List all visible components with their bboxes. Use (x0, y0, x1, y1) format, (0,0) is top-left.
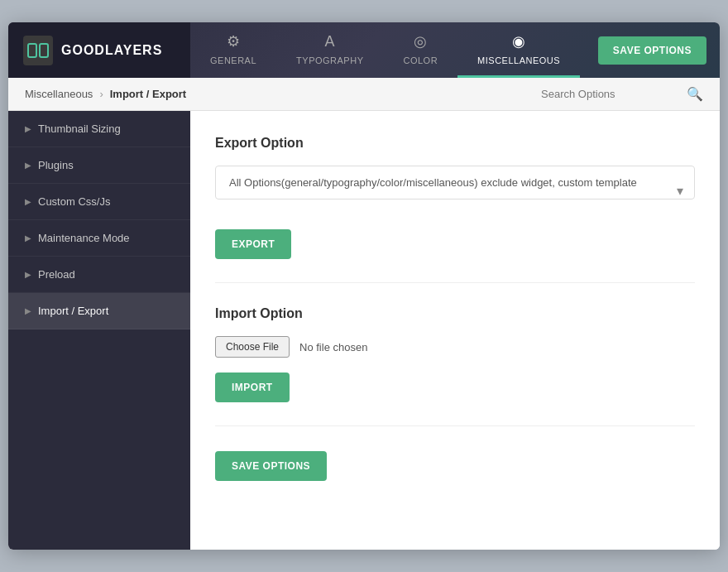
brand-logo-icon (23, 36, 53, 65)
file-no-chosen-label: No file chosen (299, 341, 367, 353)
sidebar-label-custom-css-js: Custom Css/Js (38, 195, 110, 208)
content-layout: ▶ Thumbnail Sizing ▶ Plugins ▶ Custom Cs… (8, 111, 720, 550)
tab-typography-label: TYPOGRAPHY (296, 55, 363, 65)
choose-file-button[interactable]: Choose File (215, 336, 290, 358)
save-options-bottom-area: SAVE OPTIONS (215, 451, 695, 481)
export-section: Export Option All Options(general/typogr… (215, 136, 695, 259)
sidebar-item-thumbnail-sizing[interactable]: ▶ Thumbnail Sizing (8, 111, 190, 147)
search-icon[interactable]: 🔍 (687, 86, 703, 102)
export-select[interactable]: All Options(general/typography/color/mis… (215, 166, 695, 199)
breadcrumb: Miscellaneous › Import / Export (25, 88, 186, 100)
app-window: GOODLAYERS ⚙ GENERAL A TYPOGRAPHY ◎ COLO… (8, 22, 720, 550)
file-input-area: Choose File No file chosen (215, 336, 695, 358)
miscellaneous-icon: ◉ (512, 32, 526, 50)
export-section-title: Export Option (215, 136, 695, 151)
tab-miscellaneous-label: MISCELLANEOUS (477, 55, 560, 65)
tab-color-label: COLOR (403, 55, 438, 65)
arrow-icon-1: ▶ (25, 161, 31, 170)
arrow-icon-5: ▶ (25, 306, 31, 315)
arrow-icon-4: ▶ (25, 270, 31, 279)
export-select-wrapper: All Options(general/typography/color/mis… (215, 166, 695, 214)
typography-icon: A (325, 33, 336, 50)
sidebar-label-preload: Preload (38, 268, 75, 281)
breadcrumb-separator: › (99, 88, 103, 100)
tab-general-label: GENERAL (210, 55, 256, 65)
breadcrumb-bar: Miscellaneous › Import / Export 🔍 (8, 78, 720, 111)
arrow-icon-0: ▶ (25, 124, 31, 133)
arrow-icon-3: ▶ (25, 233, 31, 243)
search-area: 🔍 (541, 86, 703, 102)
nav-tabs: ⚙ GENERAL A TYPOGRAPHY ◎ COLOR ◉ MISCELL… (190, 22, 598, 78)
sidebar: ▶ Thumbnail Sizing ▶ Plugins ▶ Custom Cs… (8, 111, 190, 550)
tab-typography[interactable]: A TYPOGRAPHY (276, 22, 383, 78)
arrow-icon-2: ▶ (25, 197, 31, 206)
color-icon: ◎ (414, 32, 428, 50)
section-divider (215, 282, 695, 283)
sidebar-label-thumbnail-sizing: Thumbnail Sizing (38, 123, 121, 135)
logo-area: GOODLAYERS (8, 22, 190, 78)
sidebar-item-custom-css-js[interactable]: ▶ Custom Css/Js (8, 184, 190, 220)
tab-miscellaneous[interactable]: ◉ MISCELLANEOUS (457, 22, 580, 78)
sidebar-item-import-export[interactable]: ▶ Import / Export (8, 293, 190, 329)
import-button[interactable]: IMPORT (215, 373, 290, 402)
save-options-bottom-button[interactable]: SAVE OPTIONS (215, 451, 327, 481)
save-options-top-button[interactable]: SAVE OPTIONS (598, 36, 706, 65)
brand-name: GOODLAYERS (61, 43, 162, 58)
breadcrumb-current: Import / Export (110, 88, 186, 100)
import-section-title: Import Option (215, 306, 695, 321)
export-button[interactable]: EXPORT (215, 229, 291, 259)
tab-general[interactable]: ⚙ GENERAL (190, 22, 276, 78)
main-content: Export Option All Options(general/typogr… (190, 111, 720, 550)
tab-color[interactable]: ◎ COLOR (383, 22, 457, 78)
bottom-divider (215, 425, 695, 426)
top-bar: GOODLAYERS ⚙ GENERAL A TYPOGRAPHY ◎ COLO… (8, 22, 720, 78)
sidebar-label-plugins: Plugins (38, 159, 74, 171)
breadcrumb-root[interactable]: Miscellaneous (25, 88, 93, 100)
import-section: Import Option Choose File No file chosen… (215, 306, 695, 402)
search-input[interactable] (541, 88, 680, 100)
sidebar-label-maintenance-mode: Maintenance Mode (38, 232, 130, 244)
general-icon: ⚙ (227, 32, 241, 50)
sidebar-item-maintenance-mode[interactable]: ▶ Maintenance Mode (8, 220, 190, 257)
sidebar-item-preload[interactable]: ▶ Preload (8, 257, 190, 293)
sidebar-label-import-export: Import / Export (38, 305, 108, 317)
sidebar-item-plugins[interactable]: ▶ Plugins (8, 147, 190, 184)
